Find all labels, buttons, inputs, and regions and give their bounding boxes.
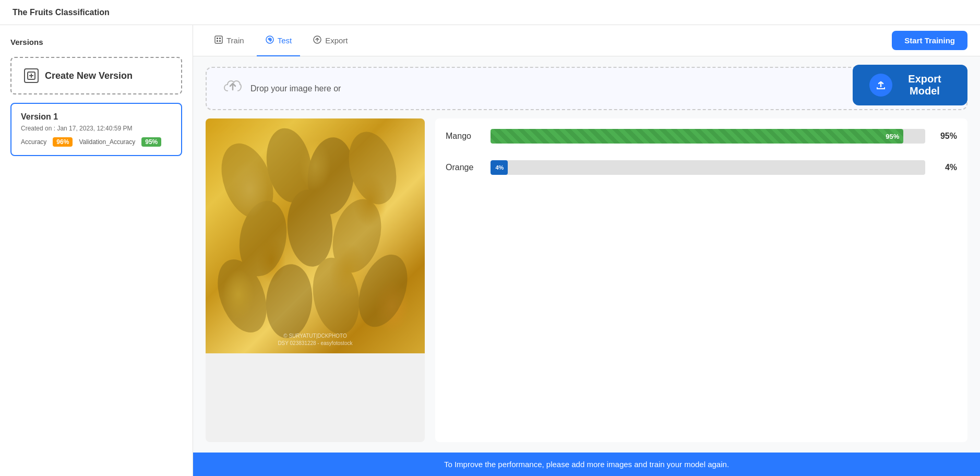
train-icon bbox=[214, 35, 223, 46]
drop-text: Drop your image here or bbox=[250, 84, 872, 93]
create-new-version-label: Create New Version bbox=[45, 70, 133, 81]
version-created-date: Created on : Jan 17, 2023, 12:40:59 PM bbox=[21, 125, 172, 132]
version-metrics: Accuracy 96% Validation_Accuracy 95% bbox=[21, 137, 172, 147]
orange-progress-fill: 4% bbox=[491, 160, 508, 175]
tab-train-label: Train bbox=[226, 36, 244, 45]
classification-results: Mango 95% 95% Orange bbox=[435, 118, 967, 442]
accuracy-badge: 96% bbox=[53, 137, 73, 147]
bottom-banner: To Improve the performance, please add m… bbox=[193, 453, 980, 476]
start-training-button[interactable]: Start Training bbox=[892, 31, 967, 50]
svg-point-9 bbox=[269, 39, 271, 41]
version-1-card[interactable]: Version 1 Created on : Jan 17, 2023, 12:… bbox=[10, 103, 182, 156]
svg-rect-5 bbox=[219, 38, 221, 39]
orange-label: Orange bbox=[446, 163, 482, 172]
content-area: Train Test bbox=[193, 25, 980, 476]
svg-point-14 bbox=[341, 126, 404, 209]
orange-progress-bar: 4% bbox=[491, 160, 925, 175]
svg-point-19 bbox=[263, 262, 315, 340]
mango-percent: 95% bbox=[934, 132, 957, 141]
accuracy-label: Accuracy bbox=[21, 138, 46, 146]
svg-rect-7 bbox=[219, 40, 221, 42]
version-name: Version 1 bbox=[21, 112, 172, 122]
banner-text: To Improve the performance, please add m… bbox=[444, 460, 729, 469]
create-plus-icon bbox=[24, 68, 39, 83]
sidebar-title: Versions bbox=[10, 38, 182, 46]
export-model-label: Export Model bbox=[899, 73, 951, 97]
tab-test[interactable]: Test bbox=[257, 26, 301, 56]
orange-result-row: Orange 4% 4% bbox=[446, 160, 957, 175]
tab-train[interactable]: Train bbox=[206, 26, 253, 56]
validation-accuracy-badge: 95% bbox=[141, 137, 161, 147]
validation-accuracy-label: Validation_Accuracy bbox=[79, 138, 135, 146]
results-area: © SURYATUT|DCKPHOTO DSY 023831228 - easy… bbox=[206, 118, 967, 442]
sidebar: Versions Create New Version Version 1 Cr… bbox=[0, 25, 193, 476]
svg-rect-4 bbox=[217, 38, 218, 39]
mango-progress-fill: 95% bbox=[491, 129, 903, 144]
tab-test-label: Test bbox=[278, 36, 292, 45]
orange-percent: 4% bbox=[934, 163, 957, 172]
app-title: The Fruits Classification bbox=[13, 8, 110, 17]
main-content: Drop your image here or Choose File bbox=[193, 56, 980, 453]
svg-rect-3 bbox=[215, 36, 222, 43]
orange-percent-inner: 4% bbox=[495, 164, 504, 171]
export-model-button[interactable]: Export Model bbox=[853, 65, 967, 105]
export-model-section: Export Model bbox=[853, 65, 967, 105]
mango-label: Mango bbox=[446, 132, 482, 141]
main-layout: Versions Create New Version Version 1 Cr… bbox=[0, 25, 980, 476]
svg-rect-6 bbox=[217, 40, 218, 42]
create-new-version-button[interactable]: Create New Version bbox=[10, 57, 182, 94]
mango-percent-inner: 95% bbox=[886, 133, 899, 140]
cloud-upload-icon bbox=[223, 78, 242, 99]
mango-image: © SURYATUT|DCKPHOTO DSY 023831228 - easy… bbox=[206, 118, 425, 353]
tabs-left: Train Test bbox=[206, 25, 356, 56]
test-icon bbox=[265, 35, 274, 46]
export-upload-icon bbox=[869, 74, 892, 97]
mango-image-container: © SURYATUT|DCKPHOTO DSY 023831228 - easy… bbox=[206, 118, 425, 442]
image-watermark: © SURYATUT|DCKPHOTO DSY 023831228 - easy… bbox=[206, 332, 425, 347]
tab-export[interactable]: Export bbox=[304, 26, 356, 56]
mango-progress-bar: 95% bbox=[491, 129, 925, 144]
export-icon bbox=[313, 35, 322, 46]
mango-result-row: Mango 95% 95% bbox=[446, 129, 957, 144]
tab-export-label: Export bbox=[325, 36, 348, 45]
header: The Fruits Classification bbox=[0, 0, 980, 25]
tabs-bar: Train Test bbox=[193, 25, 980, 56]
